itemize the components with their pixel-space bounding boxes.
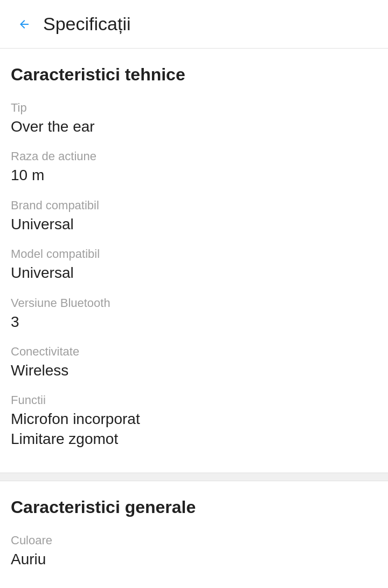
spec-brand-value: Universal: [11, 215, 377, 234]
spec-functii-value: Microfon incorporatLimitare zgomot: [11, 409, 377, 449]
spec-conectivitate: Conectivitate Wireless: [11, 345, 377, 380]
back-arrow-icon: [18, 18, 31, 31]
spec-culoare-label: Culoare: [11, 534, 377, 548]
spec-bluetooth-value: 3: [11, 312, 377, 332]
spec-functii-label: Functii: [11, 393, 377, 407]
spec-tip-label: Tip: [11, 101, 377, 115]
spec-model: Model compatibil Universal: [11, 247, 377, 283]
spec-culoare-value: Auriu: [11, 550, 377, 569]
back-button[interactable]: [11, 11, 38, 38]
spec-conectivitate-value: Wireless: [11, 361, 377, 380]
spec-brand-label: Brand compatibil: [11, 199, 377, 213]
spec-conectivitate-label: Conectivitate: [11, 345, 377, 359]
spec-functii: Functii Microfon incorporatLimitare zgom…: [11, 393, 377, 449]
spec-tip-value: Over the ear: [11, 117, 377, 136]
spec-raza: Raza de actiune 10 m: [11, 149, 377, 185]
spec-tip: Tip Over the ear: [11, 101, 377, 136]
spec-bluetooth-label: Versiune Bluetooth: [11, 296, 377, 310]
app-header: Specificații: [0, 0, 388, 49]
generale-section-title: Caracteristici generale: [11, 497, 377, 517]
section-divider: [0, 473, 388, 481]
spec-brand: Brand compatibil Universal: [11, 199, 377, 234]
spec-culoare: Culoare Auriu: [11, 534, 377, 569]
spec-raza-value: 10 m: [11, 166, 377, 185]
spec-bluetooth: Versiune Bluetooth 3: [11, 296, 377, 332]
spec-raza-label: Raza de actiune: [11, 149, 377, 163]
spec-model-value: Universal: [11, 263, 377, 283]
page-title: Specificații: [43, 13, 131, 35]
tehnice-section-title: Caracteristici tehnice: [11, 65, 377, 85]
generale-section: Caracteristici generale Culoare Auriu: [0, 481, 388, 588]
spec-model-label: Model compatibil: [11, 247, 377, 261]
tehnice-section: Caracteristici tehnice Tip Over the ear …: [0, 49, 388, 473]
